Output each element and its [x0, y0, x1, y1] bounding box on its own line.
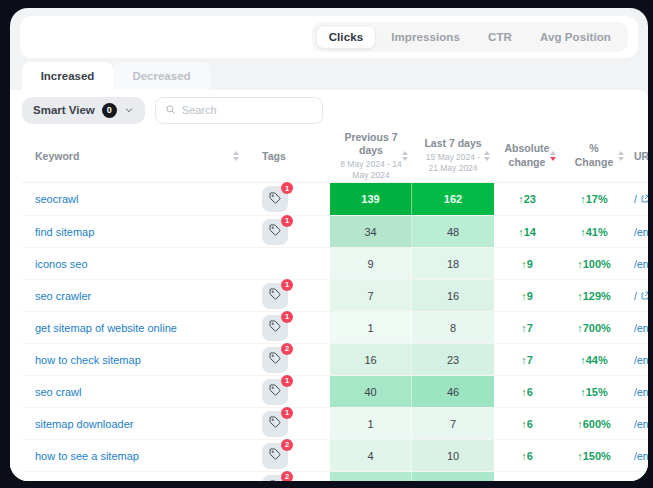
- tag-button[interactable]: 1: [262, 186, 288, 212]
- sort-icon-previous[interactable]: [402, 151, 408, 161]
- tag-button[interactable]: 2: [262, 443, 288, 469]
- url-link[interactable]: /en: [628, 407, 648, 439]
- keyword-link[interactable]: [22, 471, 247, 481]
- absolute-change-value: [494, 471, 560, 481]
- tag-button[interactable]: 1: [262, 315, 288, 341]
- keyword-link[interactable]: iconos seo: [22, 247, 247, 279]
- absolute-change-value: ↑7: [494, 311, 560, 343]
- external-link-icon: [640, 194, 648, 204]
- url-column-header: URL: [634, 150, 648, 162]
- metric-tab-clicks[interactable]: Clicks: [316, 25, 376, 49]
- tag-count-badge: 2: [281, 439, 293, 451]
- url-link[interactable]: /en: [628, 247, 648, 279]
- tag-button[interactable]: 1: [262, 411, 288, 437]
- tag-icon: [269, 192, 281, 207]
- url-link[interactable]: [628, 471, 648, 481]
- tag-cell: 1: [247, 375, 330, 407]
- percent-change-value: ↑100%: [560, 247, 628, 279]
- last-7-days-value: 7: [412, 407, 494, 439]
- tag-icon: [269, 448, 281, 463]
- metric-toggle: Clicks Impressions CTR Avg Position: [312, 22, 628, 52]
- percent-change-value: [560, 471, 628, 481]
- tag-cell: 1: [247, 183, 330, 215]
- table-row: seocrawl 1 139 162 ↑23 ↑17% /: [22, 183, 648, 215]
- prev-7-days-value: [330, 471, 412, 481]
- filter-row: Smart View 0: [10, 90, 648, 124]
- table-row: how to check sitemap 2 16 23 ↑7 ↑44% /en: [22, 343, 648, 375]
- table-row: 2: [22, 471, 648, 481]
- tag-cell: [247, 247, 330, 279]
- table-row: find sitemap 1 34 48 ↑14 ↑41% /en: [22, 215, 648, 247]
- chevron-down-icon: [124, 103, 134, 118]
- last-7-days-value: 162: [412, 183, 494, 215]
- keyword-link[interactable]: sitemap downloader: [22, 407, 247, 439]
- prev-7-days-value: 9: [330, 247, 412, 279]
- search-box: [155, 97, 323, 124]
- keyword-link[interactable]: how to check sitemap: [22, 343, 247, 375]
- metric-tab-ctr[interactable]: CTR: [475, 25, 525, 49]
- percent-change-value: ↑150%: [560, 439, 628, 471]
- tag-icon: [269, 288, 281, 303]
- url-link[interactable]: /en: [628, 439, 648, 471]
- url-link[interactable]: /: [628, 183, 648, 215]
- keyword-link[interactable]: seo crawler: [22, 279, 247, 311]
- last-7-days-value: 23: [412, 343, 494, 375]
- tag-button[interactable]: 2: [262, 347, 288, 373]
- sort-icon-keyword[interactable]: [233, 151, 239, 161]
- url-link[interactable]: /en: [628, 343, 648, 375]
- sort-icon-last[interactable]: [484, 151, 490, 161]
- smart-view-dropdown[interactable]: Smart View 0: [22, 97, 145, 124]
- keyword-link[interactable]: how to see a sitemap: [22, 439, 247, 471]
- absolute-change-value: ↑9: [494, 279, 560, 311]
- tag-count-badge: 2: [281, 343, 293, 355]
- direction-tabs: Increased Decreased: [22, 62, 648, 90]
- url-link[interactable]: /en: [628, 215, 648, 247]
- tag-icon: [269, 320, 281, 335]
- url-link[interactable]: /en: [628, 311, 648, 343]
- keyword-link[interactable]: get sitemap of website online: [22, 311, 247, 343]
- table-row: sitemap downloader 1 1 7 ↑6 ↑600% /en: [22, 407, 648, 439]
- prev-7-days-value: 40: [330, 375, 412, 407]
- search-input[interactable]: [182, 104, 313, 116]
- metric-tab-avg-position[interactable]: Avg Position: [527, 25, 624, 49]
- absolute-change-value: ↑23: [494, 183, 560, 215]
- tab-panel: Smart View 0 Keyword Tags: [10, 90, 648, 481]
- tab-increased[interactable]: Increased: [22, 62, 113, 90]
- tag-icon: [269, 352, 281, 367]
- prev-7-days-value: 1: [330, 407, 412, 439]
- percent-change-value: ↑17%: [560, 183, 628, 215]
- tab-decreased[interactable]: Decreased: [113, 62, 210, 90]
- sort-icon-absolute-change[interactable]: [550, 151, 556, 161]
- tag-button[interactable]: 1: [262, 379, 288, 405]
- absolute-change-value: ↑6: [494, 439, 560, 471]
- sort-icon-percent-change[interactable]: [618, 151, 624, 161]
- metric-tab-impressions[interactable]: Impressions: [378, 25, 473, 49]
- tag-count-badge: 2: [281, 471, 293, 482]
- url-link[interactable]: /en: [628, 375, 648, 407]
- tag-cell: 2: [247, 471, 330, 481]
- tag-button[interactable]: 1: [262, 219, 288, 245]
- keyword-link[interactable]: find sitemap: [22, 215, 247, 247]
- tag-count-badge: 1: [281, 407, 293, 419]
- absolute-change-value: ↑14: [494, 215, 560, 247]
- smart-view-count-badge: 0: [102, 103, 117, 118]
- tag-cell: 1: [247, 311, 330, 343]
- tag-cell: 1: [247, 279, 330, 311]
- table-row: how to see a sitemap 2 4 10 ↑6 ↑150% /en: [22, 439, 648, 471]
- table-body: seocrawl 1 139 162 ↑23 ↑17% / find sitem…: [22, 183, 648, 481]
- prev-7-days-value: 139: [330, 183, 412, 215]
- tag-button[interactable]: 2: [262, 475, 288, 482]
- keyword-link[interactable]: seocrawl: [22, 183, 247, 215]
- tag-button[interactable]: 1: [262, 283, 288, 309]
- tag-icon: [269, 224, 281, 239]
- percent-change-value: ↑129%: [560, 279, 628, 311]
- keyword-column-header: Keyword: [35, 150, 79, 162]
- keyword-link[interactable]: seo crawl: [22, 375, 247, 407]
- table-row: iconos seo 9 18 ↑9 ↑100% /en: [22, 247, 648, 279]
- absolute-change-value: ↑6: [494, 375, 560, 407]
- tag-cell: 1: [247, 407, 330, 439]
- smart-view-label: Smart View: [33, 104, 95, 116]
- percent-change-value: ↑600%: [560, 407, 628, 439]
- last-7-days-value: 16: [412, 279, 494, 311]
- url-link[interactable]: /: [628, 279, 648, 311]
